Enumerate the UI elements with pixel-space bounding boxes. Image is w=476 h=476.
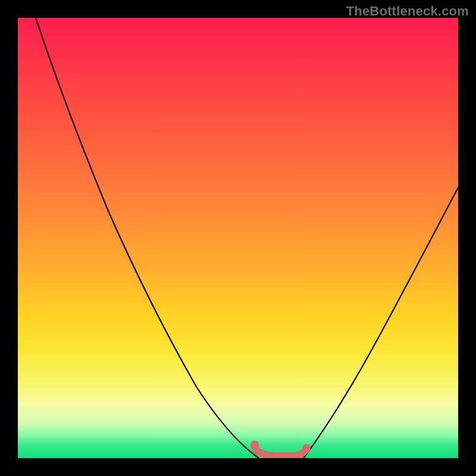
right-curve (303, 187, 458, 458)
watermark-text: TheBottleneck.com (346, 4, 469, 19)
left-curve (36, 18, 259, 458)
left-marker (250, 441, 259, 450)
right-marker (302, 444, 311, 452)
curve-layer (18, 18, 458, 458)
plot-area (18, 18, 458, 458)
flat-bottom-segment (256, 450, 306, 456)
